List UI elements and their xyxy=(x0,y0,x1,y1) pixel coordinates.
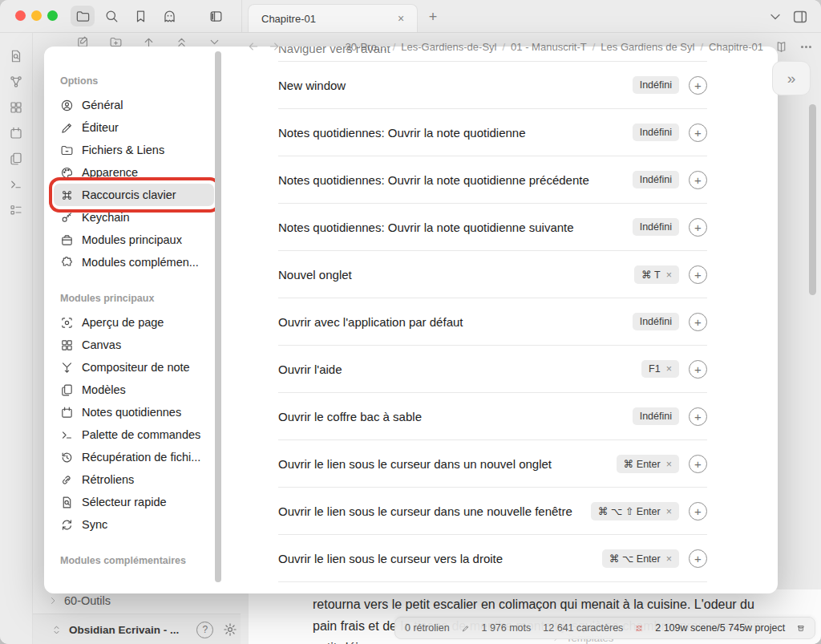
add-hotkey-button[interactable]: + xyxy=(689,265,707,284)
settings-section-heading: Options xyxy=(60,75,208,87)
breadcrumb-item[interactable]: Les-Gardiens-de-Syl xyxy=(401,41,496,53)
add-hotkey-button[interactable]: + xyxy=(689,218,707,237)
settings-tab-r-troliens[interactable]: Rétroliens xyxy=(54,468,214,491)
traffic-light-zoom[interactable] xyxy=(47,10,58,21)
settings-tab-palette-de-commandes[interactable]: Palette de commandes xyxy=(54,423,214,446)
hotkey-chip[interactable]: ⌘ ⌥ ⇧ Enter× xyxy=(591,502,679,520)
settings-tab-aper-u-de-page[interactable]: Aperçu de page xyxy=(54,311,214,334)
add-hotkey-button[interactable]: + xyxy=(689,171,707,189)
hotkey-command-label: Ouvrir le lien sous le curseur dans une … xyxy=(278,504,572,518)
file-search-icon[interactable] xyxy=(9,49,23,63)
panel-right-icon[interactable] xyxy=(791,8,809,26)
settings-tab-label: Modules complémen... xyxy=(82,256,199,269)
hotkey-chip[interactable]: ⌘ ⌥ Enter× xyxy=(602,549,679,568)
hotkey-chip-blank: Indéfini xyxy=(633,218,679,236)
folder-icon[interactable] xyxy=(71,6,95,26)
breadcrumb-item[interactable]: Chapitre-01 xyxy=(709,41,763,53)
hotkey-chip[interactable]: F1× xyxy=(641,360,679,378)
remove-hotkey-icon[interactable]: × xyxy=(666,553,672,565)
settings-tab-raccourcis-clavier[interactable]: Raccourcis clavier xyxy=(54,184,214,206)
outline-icon[interactable] xyxy=(9,203,23,217)
panel-left-icon[interactable] xyxy=(204,6,228,26)
hotkey-command-label: Notes quotidiennes: Ouvrir la note quoti… xyxy=(278,173,589,187)
add-hotkey-button[interactable]: + xyxy=(689,455,707,473)
settings-tab-r-cup-ration-de-fichi[interactable]: Récupération de fichi... xyxy=(54,446,214,468)
sync-off-icon[interactable] xyxy=(635,622,643,634)
terminal-icon[interactable] xyxy=(9,177,23,192)
hotkey-chip[interactable]: ⌘ Enter× xyxy=(617,455,679,473)
breadcrumb-item[interactable]: 30-Pro… xyxy=(346,41,387,53)
hotkey-row: Ouvrir l'aideF1×+ xyxy=(278,346,707,392)
archive-icon[interactable] xyxy=(797,622,805,634)
breadcrumb-item[interactable]: Les Gardiens de Syl xyxy=(601,41,694,53)
settings-tab-modules-compl-men[interactable]: Modules complémen... xyxy=(54,251,214,273)
add-hotkey-button[interactable]: + xyxy=(689,549,707,568)
remove-hotkey-icon[interactable]: × xyxy=(666,269,672,281)
settings-tab-g-n-ral[interactable]: Général xyxy=(54,94,214,116)
settings-tab-diteur[interactable]: Éditeur xyxy=(54,116,214,139)
ribbon xyxy=(0,33,33,644)
settings-tab-mod-les[interactable]: Modèles xyxy=(54,379,214,401)
hotkey-row: Notes quotidiennes: Ouvrir la note quoti… xyxy=(278,156,707,203)
tab-chapitre-01[interactable]: Chapitre-01 × xyxy=(248,4,418,32)
remove-hotkey-icon[interactable]: × xyxy=(666,506,672,517)
nav-back-icon[interactable] xyxy=(247,40,260,53)
traffic-light-minimize[interactable] xyxy=(31,10,42,21)
settings-tab-canvas[interactable]: Canvas xyxy=(54,334,214,356)
settings-tab-label: Sélecteur rapide xyxy=(82,496,167,508)
settings-tab-s-lecteur-rapide[interactable]: Sélecteur rapide xyxy=(54,491,214,513)
hotkey-chip[interactable]: ⌘ T× xyxy=(634,265,679,284)
add-hotkey-button[interactable]: + xyxy=(689,502,707,520)
settings-tab-apparence[interactable]: Apparence xyxy=(54,161,214,184)
puzzle-icon xyxy=(60,256,74,269)
hotkey-command-label: Notes quotidiennes: Ouvrir la note quoti… xyxy=(278,126,526,140)
titlebar: Chapitre-01 × + xyxy=(0,0,821,33)
remove-hotkey-icon[interactable]: × xyxy=(666,459,672,470)
settings-tab-modules-principaux[interactable]: Modules principaux xyxy=(54,229,214,251)
folder-row-60-outils[interactable]: 60-Outils xyxy=(48,594,111,607)
add-hotkey-button[interactable]: + xyxy=(689,76,707,95)
add-hotkey-button[interactable]: + xyxy=(689,407,707,426)
hotkey-command-label: Ouvrir le coffre bac à sable xyxy=(278,410,422,423)
remove-hotkey-icon[interactable]: × xyxy=(666,363,672,375)
breadcrumb-item[interactable]: 01 - Manuscrit-T xyxy=(511,41,587,53)
tab-close-icon[interactable]: × xyxy=(393,10,409,26)
page-preview-icon xyxy=(60,316,74,330)
add-hotkey-button[interactable]: + xyxy=(689,124,707,142)
gear-icon[interactable] xyxy=(223,622,237,637)
new-tab-button[interactable]: + xyxy=(423,7,443,26)
breadcrumb: 30-Pro…/Les-Gardiens-de-Syl/01 - Manuscr… xyxy=(289,41,763,53)
hotkey-command-label: Notes quotidiennes: Ouvrir la note quoti… xyxy=(278,221,574,234)
add-hotkey-button[interactable]: + xyxy=(689,313,707,331)
ghost-icon[interactable] xyxy=(157,6,181,26)
search-icon[interactable] xyxy=(99,6,123,26)
vault-bar[interactable]: Obsidian Ecrivain - ... ? xyxy=(33,614,241,644)
editor-scrollbar[interactable] xyxy=(809,104,816,295)
hotkey-row: Ouvrir avec l'application par défautIndé… xyxy=(278,298,707,345)
hotkey-row: Ouvrir le lien sous le curseur vers la d… xyxy=(278,535,707,581)
settings-tab-fichiers-liens[interactable]: Fichiers & Liens xyxy=(54,139,214,161)
settings-tab-compositeur-de-note[interactable]: Compositeur de note xyxy=(54,356,214,379)
settings-sidebar-scrollbar[interactable] xyxy=(215,51,221,582)
templates-icon[interactable] xyxy=(9,152,23,166)
canvas-icon xyxy=(60,338,74,352)
bookmark-icon[interactable] xyxy=(128,6,152,26)
settings-tab-sync[interactable]: Sync xyxy=(54,513,214,536)
canvas-icon[interactable] xyxy=(9,100,23,115)
settings-tab-notes-quotidiennes[interactable]: Notes quotidiennes xyxy=(54,401,214,423)
traffic-light-close[interactable] xyxy=(15,10,26,21)
ellipsis-icon[interactable] xyxy=(799,40,813,54)
breadcrumb-separator: / xyxy=(700,41,703,53)
add-hotkey-button[interactable]: + xyxy=(689,360,707,379)
help-icon[interactable]: ? xyxy=(196,622,213,638)
calendar-icon[interactable] xyxy=(9,126,23,140)
breadcrumb-separator: / xyxy=(502,41,505,53)
nav-forward-icon[interactable] xyxy=(268,40,281,53)
graph-icon[interactable] xyxy=(9,75,23,89)
chevron-down-icon[interactable] xyxy=(767,9,783,25)
settings-tab-keychain[interactable]: Keychain xyxy=(54,206,214,229)
titlebar-divider xyxy=(241,0,242,32)
pencil-icon[interactable] xyxy=(462,622,470,634)
book-icon[interactable] xyxy=(774,40,788,54)
expand-right-sidebar-button[interactable]: » xyxy=(772,61,811,95)
